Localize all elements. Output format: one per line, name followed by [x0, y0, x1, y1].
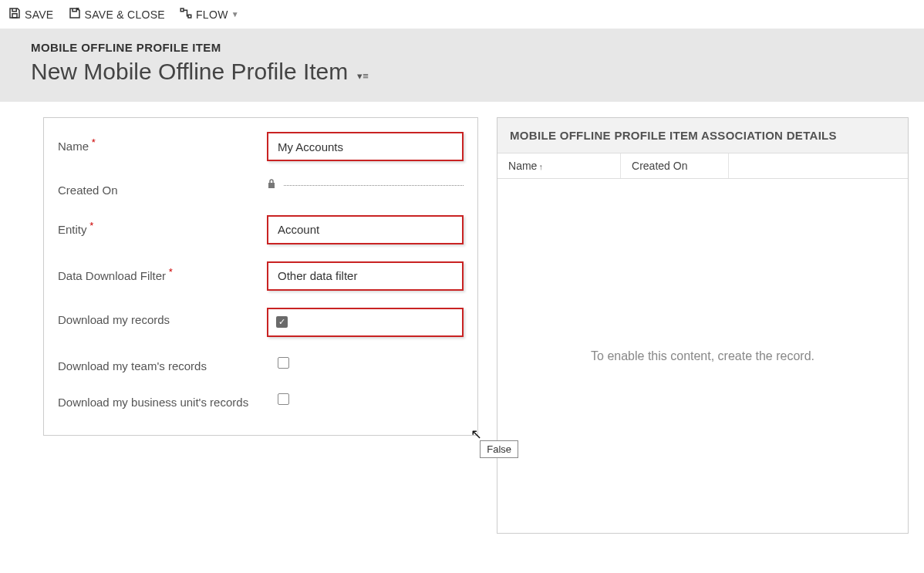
dashed-line	[284, 185, 464, 186]
header-band: MOBILE OFFLINE PROFILE ITEM New Mobile O…	[0, 29, 924, 102]
flow-button[interactable]: FLOW ▼	[179, 6, 239, 22]
save-icon	[8, 6, 22, 22]
name-input[interactable]: My Accounts	[267, 132, 464, 161]
save-button[interactable]: SAVE	[8, 6, 54, 22]
record-title-menu[interactable]: ▾≡	[357, 70, 369, 82]
chevron-down-icon: ▼	[231, 10, 239, 19]
dl-my-label: Download my records	[58, 308, 255, 328]
association-empty: To enable this content, create the recor…	[497, 179, 908, 533]
form-panel: Name * My Accounts Created On Entity *	[43, 117, 478, 436]
lock-icon	[267, 178, 276, 192]
svg-rect-3	[268, 183, 275, 188]
save-close-icon	[68, 6, 82, 22]
association-title: MOBILE OFFLINE PROFILE ITEM ASSOCIATION …	[497, 118, 908, 153]
entity-label: Entity *	[58, 215, 255, 238]
sort-asc-icon: ↑	[538, 162, 543, 171]
save-close-label: SAVE & CLOSE	[85, 8, 166, 21]
entity-type-label: MOBILE OFFLINE PROFILE ITEM	[31, 41, 893, 54]
content-area: Name * My Accounts Created On Entity *	[14, 102, 924, 549]
record-title: New Mobile Offline Profile Item	[31, 59, 348, 85]
col-spacer	[729, 153, 908, 178]
dl-bu-checkbox[interactable]	[278, 393, 289, 405]
toolbar: SAVE SAVE & CLOSE FLOW ▼	[0, 0, 924, 29]
svg-rect-0	[12, 14, 17, 18]
flow-icon	[179, 6, 193, 22]
association-columns: Name↑ Created On	[497, 153, 908, 179]
tooltip: False	[480, 440, 518, 458]
filter-label: Data Download Filter *	[58, 261, 255, 284]
save-label: SAVE	[25, 8, 54, 21]
created-on-label: Created On	[58, 178, 255, 198]
dl-team-checkbox[interactable]	[278, 357, 289, 369]
dl-team-label: Download my team's records	[58, 354, 255, 374]
dl-my-checkbox-wrap: ✓	[267, 308, 464, 337]
dl-my-checkbox[interactable]: ✓	[276, 316, 288, 328]
filter-select[interactable]: Other data filter	[267, 261, 464, 291]
name-label: Name *	[58, 132, 255, 154]
flow-label: FLOW	[196, 8, 228, 21]
svg-rect-2	[188, 15, 191, 18]
save-close-button[interactable]: SAVE & CLOSE	[68, 6, 166, 22]
col-name[interactable]: Name↑	[497, 153, 621, 178]
entity-select[interactable]: Account	[267, 215, 464, 244]
svg-rect-1	[180, 8, 184, 12]
dl-bu-label: Download my business unit's records	[58, 390, 255, 410]
created-on-value	[267, 178, 464, 192]
association-panel: MOBILE OFFLINE PROFILE ITEM ASSOCIATION …	[497, 117, 909, 534]
col-created-on[interactable]: Created On	[621, 153, 729, 178]
